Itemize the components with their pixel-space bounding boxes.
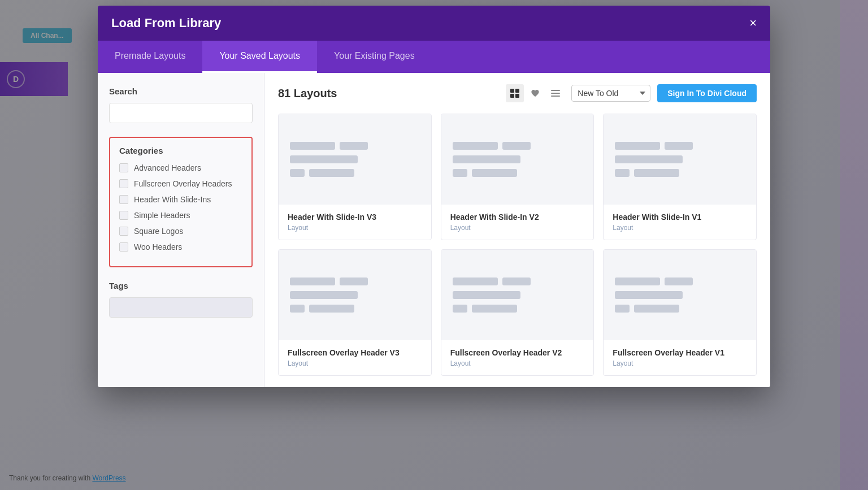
category-label-fullscreen-overlay: Fullscreen Overlay Headers — [134, 179, 232, 188]
svg-rect-3 — [515, 94, 519, 98]
skeleton — [290, 277, 335, 285]
grid-icon — [510, 89, 519, 98]
skeleton — [502, 277, 531, 285]
svg-rect-6 — [551, 96, 560, 97]
skeleton — [615, 155, 683, 163]
modal-close-button[interactable]: × — [749, 17, 757, 29]
category-item-simple-headers[interactable]: Simple Headers — [119, 211, 242, 220]
skeleton — [634, 169, 679, 177]
card-type-5: Layout — [450, 359, 585, 367]
skeleton — [472, 169, 517, 177]
skeleton — [453, 155, 520, 163]
view-toggle — [506, 84, 565, 102]
main-content: 81 Layouts — [264, 73, 770, 387]
skeleton — [615, 305, 630, 313]
layout-card-3[interactable]: Header With Slide-In V1 Layout — [603, 114, 757, 240]
card-title-2: Header With Slide-In V2 — [450, 213, 585, 222]
grid-view-button[interactable] — [506, 84, 524, 102]
layouts-count: 81 Layouts — [278, 87, 337, 100]
toolbar: 81 Layouts — [278, 84, 757, 102]
category-item-square-logos[interactable]: Square Logos — [119, 227, 242, 236]
card-title-3: Header With Slide-In V1 — [613, 213, 747, 222]
card-title-4: Fullscreen Overlay Header V3 — [288, 348, 422, 357]
svg-rect-4 — [551, 90, 560, 91]
category-item-woo-headers[interactable]: Woo Headers — [119, 242, 242, 251]
card-type-1: Layout — [288, 224, 422, 232]
card-type-3: Layout — [613, 224, 747, 232]
layout-card-6[interactable]: Fullscreen Overlay Header V1 Layout — [603, 249, 757, 376]
skeleton — [290, 142, 335, 150]
card-info-1: Header With Slide-In V3 Layout — [279, 205, 431, 240]
skeleton — [615, 169, 630, 177]
card-preview-5 — [441, 250, 594, 340]
tab-premade-layouts[interactable]: Premade Layouts — [98, 41, 202, 73]
svg-rect-0 — [510, 89, 514, 93]
layout-card-2[interactable]: Header With Slide-In V2 Layout — [441, 114, 594, 240]
category-item-advanced-headers[interactable]: Advanced Headers — [119, 163, 242, 172]
card-preview-6 — [604, 250, 756, 340]
category-item-fullscreen-overlay[interactable]: Fullscreen Overlay Headers — [119, 179, 242, 188]
category-label-woo-headers: Woo Headers — [134, 242, 182, 251]
category-checkbox-advanced-headers[interactable] — [119, 163, 128, 172]
tab-existing-pages[interactable]: Your Existing Pages — [317, 41, 432, 73]
search-input[interactable] — [109, 103, 253, 123]
layout-card-4[interactable]: Fullscreen Overlay Header V3 Layout — [278, 249, 432, 376]
tags-input[interactable] — [109, 297, 253, 318]
category-checkbox-header-slide-ins[interactable] — [119, 195, 128, 204]
skeleton — [665, 277, 693, 285]
skeleton — [309, 169, 354, 177]
svg-rect-1 — [515, 89, 519, 93]
skeleton — [453, 169, 467, 177]
category-label-header-slide-ins: Header With Slide-Ins — [134, 195, 211, 204]
card-type-6: Layout — [613, 359, 747, 367]
skeleton — [309, 305, 354, 313]
card-preview-1 — [279, 114, 431, 205]
sidebar: Search Categories Advanced Headers Fulls… — [98, 73, 264, 387]
category-label-simple-headers: Simple Headers — [134, 211, 190, 220]
card-info-3: Header With Slide-In V1 Layout — [604, 205, 756, 240]
skeleton — [453, 277, 498, 285]
category-label-square-logos: Square Logos — [134, 227, 183, 236]
category-checkbox-square-logos[interactable] — [119, 227, 128, 236]
skeleton — [665, 142, 693, 150]
category-label-advanced-headers: Advanced Headers — [134, 163, 201, 172]
card-type-2: Layout — [450, 224, 585, 232]
card-info-4: Fullscreen Overlay Header V3 Layout — [279, 340, 431, 375]
list-view-button[interactable] — [546, 84, 565, 102]
skeleton — [634, 305, 679, 313]
svg-rect-2 — [510, 94, 514, 98]
skeleton — [453, 291, 520, 299]
card-type-4: Layout — [288, 359, 422, 367]
card-title-1: Header With Slide-In V3 — [288, 213, 422, 222]
tab-saved-layouts[interactable]: Your Saved Layouts — [202, 41, 317, 73]
modal-body: Search Categories Advanced Headers Fulls… — [98, 73, 770, 387]
sort-select[interactable]: New To Old Old To New A To Z Z To A — [571, 85, 650, 102]
category-checkbox-woo-headers[interactable] — [119, 242, 128, 251]
modal-header: Load From Library × — [98, 6, 770, 41]
category-checkbox-simple-headers[interactable] — [119, 211, 128, 220]
heart-icon — [531, 89, 540, 98]
list-icon — [551, 89, 560, 98]
modal-title: Load From Library — [111, 16, 221, 31]
skeleton — [340, 277, 368, 285]
category-item-header-slide-ins[interactable]: Header With Slide-Ins — [119, 195, 242, 204]
layout-card-1[interactable]: Header With Slide-In V3 Layout — [278, 114, 432, 240]
skeleton — [290, 305, 305, 313]
skeleton — [502, 142, 531, 150]
skeleton — [453, 142, 498, 150]
skeleton — [615, 142, 660, 150]
skeleton — [290, 155, 358, 163]
favorite-view-button[interactable] — [526, 84, 544, 102]
layout-card-5[interactable]: Fullscreen Overlay Header V2 Layout — [441, 249, 594, 376]
categories-title: Categories — [119, 146, 242, 155]
card-info-6: Fullscreen Overlay Header V1 Layout — [604, 340, 756, 375]
skeleton — [615, 291, 683, 299]
card-preview-4 — [279, 250, 431, 340]
sign-in-divi-cloud-button[interactable]: Sign In To Divi Cloud — [657, 84, 757, 102]
modal-overlay: Load From Library × Premade Layouts Your… — [0, 0, 868, 490]
skeleton — [340, 142, 368, 150]
card-info-2: Header With Slide-In V2 Layout — [441, 205, 594, 240]
categories-box: Categories Advanced Headers Fullscreen O… — [109, 137, 253, 267]
category-checkbox-fullscreen-overlay[interactable] — [119, 179, 128, 188]
modal: Load From Library × Premade Layouts Your… — [98, 6, 770, 387]
